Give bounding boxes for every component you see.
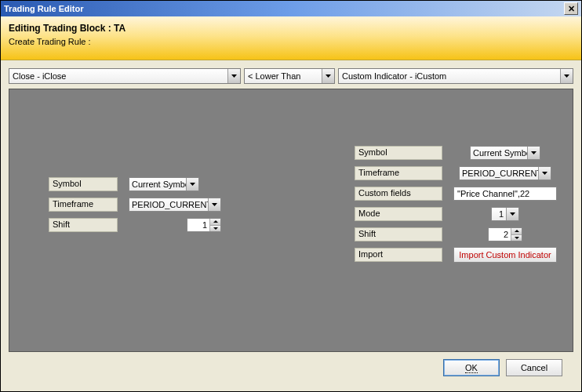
right-mode-value: 1 [492, 209, 506, 219]
left-symbol-select[interactable]: Current Symbol [129, 177, 199, 191]
right-timeframe-value: PERIOD_CURRENT [460, 169, 538, 178]
header-title: Editing Trading Block : TA [9, 23, 573, 34]
operand-left-select[interactable]: Close - iClose [9, 68, 241, 84]
svg-marker-6 [213, 227, 218, 230]
svg-marker-8 [542, 172, 547, 175]
body: Close - iClose < Lower Than Custom Indic… [1, 60, 581, 391]
window: Trading Rule Editor ✕ Editing Trading Bl… [0, 0, 582, 392]
field-row: Shift 2 [355, 226, 557, 243]
field-row: Timeframe PERIOD_CURRENT [355, 165, 557, 182]
rule-combo-row: Close - iClose < Lower Than Custom Indic… [9, 68, 573, 84]
field-row: Timeframe PERIOD_CURRENT [49, 196, 221, 213]
field-row: Shift 1 [49, 216, 221, 234]
ok-button[interactable]: OK [443, 359, 500, 376]
label-import: Import [355, 248, 442, 262]
right-mode-select[interactable]: 1 [491, 207, 519, 221]
header-band: Editing Trading Block : TA Create Tradin… [1, 16, 581, 60]
svg-marker-10 [515, 230, 519, 232]
left-symbol-value: Current Symbol [129, 180, 186, 189]
operand-right-text: Custom Indicator - iCustom [339, 71, 560, 81]
left-timeframe-value: PERIOD_CURRENT [129, 200, 208, 209]
chevron-down-icon [527, 147, 540, 159]
import-custom-indicator-button[interactable]: Import Custom Indicator [453, 247, 557, 263]
close-button[interactable]: ✕ [564, 2, 578, 15]
left-shift-spinner[interactable]: 1 [187, 218, 221, 232]
svg-marker-0 [231, 74, 237, 78]
close-icon: ✕ [568, 4, 575, 14]
svg-marker-9 [510, 212, 515, 216]
chevron-down-icon [227, 69, 240, 83]
chevron-down-icon [186, 178, 198, 191]
header-sub: Create Trading Rule : [9, 37, 573, 46]
label-timeframe: Timeframe [355, 166, 442, 180]
svg-marker-4 [212, 203, 217, 206]
chevron-down-icon [322, 69, 334, 83]
spinner-up[interactable] [210, 219, 220, 226]
label-shift: Shift [355, 227, 442, 241]
chevron-down-icon [560, 69, 573, 83]
operator-select[interactable]: < Lower Than [244, 68, 335, 84]
label-symbol: Symbol [49, 177, 118, 191]
svg-marker-5 [213, 220, 218, 223]
spinner-down[interactable] [210, 226, 220, 232]
field-row: Symbol Current Symbol [49, 176, 221, 193]
left-timeframe-select[interactable]: PERIOD_CURRENT [129, 198, 221, 212]
right-symbol-select[interactable]: Current Symbol [470, 146, 540, 160]
field-row: Mode 1 [355, 205, 557, 223]
label-custom-fields: Custom fields [355, 187, 442, 201]
right-timeframe-select[interactable]: PERIOD_CURRENT [459, 166, 551, 180]
svg-marker-2 [564, 74, 569, 78]
footer: OK Cancel [9, 352, 573, 383]
left-operand-group: Symbol Current Symbol Timeframe PERIOD_C… [49, 176, 221, 237]
svg-marker-1 [326, 74, 331, 78]
field-row: Import Import Custom Indicator [355, 246, 557, 263]
chevron-down-icon [538, 167, 551, 180]
right-operand-group: Symbol Current Symbol Timeframe PERIOD_C… [355, 144, 557, 267]
right-shift-value: 2 [489, 230, 511, 239]
label-shift: Shift [49, 218, 118, 232]
cancel-button[interactable]: Cancel [506, 359, 562, 376]
operand-right-select[interactable]: Custom Indicator - iCustom [338, 68, 573, 84]
label-symbol: Symbol [355, 146, 442, 160]
operator-text: < Lower Than [245, 71, 322, 81]
main-panel: Symbol Current Symbol Timeframe PERIOD_C… [9, 89, 573, 352]
right-symbol-value: Current Symbol [471, 148, 527, 158]
svg-marker-7 [531, 151, 537, 154]
spinner-down[interactable] [511, 235, 522, 241]
left-shift-value: 1 [187, 220, 209, 230]
svg-marker-11 [515, 237, 519, 239]
field-row: Custom fields [355, 185, 557, 202]
svg-marker-3 [190, 183, 195, 186]
right-shift-spinner[interactable]: 2 [488, 227, 522, 241]
titlebar[interactable]: Trading Rule Editor ✕ [1, 1, 581, 16]
spinner-up[interactable] [511, 228, 522, 235]
chevron-down-icon [208, 198, 220, 211]
label-mode: Mode [355, 207, 442, 221]
operand-left-text: Close - iClose [9, 71, 227, 81]
label-timeframe: Timeframe [49, 198, 118, 212]
window-title: Trading Rule Editor [4, 4, 564, 13]
field-row: Symbol Current Symbol [355, 144, 557, 162]
chevron-down-icon [506, 208, 518, 220]
right-custom-fields-input[interactable] [453, 187, 557, 201]
